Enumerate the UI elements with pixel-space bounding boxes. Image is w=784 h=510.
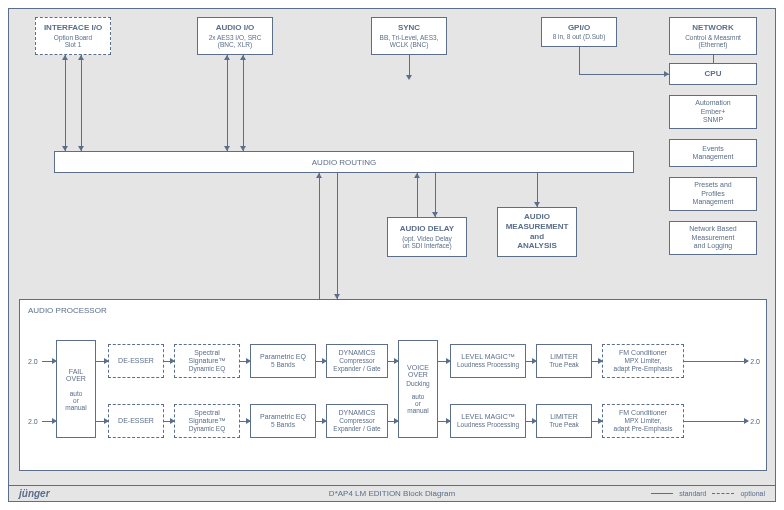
events-box: Events Management xyxy=(669,139,757,167)
audio-routing-bar: AUDIO ROUTING xyxy=(54,151,634,173)
fm-box-r2: FM ConditionerMPX Limiter, adapt Pre-Emp… xyxy=(602,404,684,438)
failover-title: FAIL OVER xyxy=(66,368,86,382)
audio-processor-label: AUDIO PROCESSOR xyxy=(28,306,107,315)
audio-io-title: AUDIO I/O xyxy=(216,23,255,33)
network-box: NETWORK Control & Measmnt (Ethernet) xyxy=(669,17,757,55)
peq-box-r2: Parametric EQ5 Bands xyxy=(250,404,316,438)
audio-delay-title: AUDIO DELAY xyxy=(400,224,454,234)
peq-sub-r1: 5 Bands xyxy=(271,361,295,369)
peq-box-r1: Parametric EQ5 Bands xyxy=(250,344,316,378)
network-sub: Control & Measmnt (Ethernet) xyxy=(685,34,741,50)
dyn-box-r1: DYNAMICSCompressor Expander / Gate xyxy=(326,344,388,378)
gpio-box: GPI/O 8 in, 8 out (D.Sub) xyxy=(541,17,617,47)
automation-box: Automation Ember+ SNMP xyxy=(669,95,757,129)
deesser-title-r1: DE-ESSER xyxy=(118,357,154,365)
level-sub-r2: Loudness Processing xyxy=(457,421,519,429)
fm-title-r1: FM Conditioner xyxy=(619,349,667,357)
audio-measurement-title: AUDIO MEASUREMENT and ANALYSIS xyxy=(506,212,569,250)
interface-io-title: INTERFACE I/O xyxy=(44,23,102,33)
legend-standard-line xyxy=(651,493,673,494)
limiter-sub-r1: True Peak xyxy=(549,361,579,369)
dyn-sub-r2: Compressor Expander / Gate xyxy=(333,417,380,433)
netlog-text: Network Based Measurement and Logging xyxy=(689,225,736,250)
automation-text: Automation Ember+ SNMP xyxy=(695,99,730,124)
voiceover-box: VOICE OVER Ducking auto or manual xyxy=(398,340,438,438)
level-box-r2: LEVEL MAGIC™Loudness Processing xyxy=(450,404,526,438)
level-box-r1: LEVEL MAGIC™Loudness Processing xyxy=(450,344,526,378)
diagram-container: INTERFACE I/O Option Board Slot 1 AUDIO … xyxy=(8,8,776,502)
legend-optional-label: optional xyxy=(740,490,765,497)
presets-text: Presets and Profiles Management xyxy=(693,181,734,206)
peq-sub-r2: 5 Bands xyxy=(271,421,295,429)
legend-optional-line xyxy=(712,493,734,494)
limiter-box-r1: LIMITERTrue Peak xyxy=(536,344,592,378)
spectral-box-r1: Spectral Signature™Dynamic EQ xyxy=(174,344,240,378)
brand-label: jünger xyxy=(19,488,50,499)
voiceover-sub: Ducking xyxy=(406,380,429,387)
deesser-box-r1: DE-ESSER xyxy=(108,344,164,378)
audio-delay-box: AUDIO DELAY (opt. Video Delay on SDI Int… xyxy=(387,217,467,257)
spectral-sub-r2: Dynamic EQ xyxy=(189,425,225,433)
interface-io-box: INTERFACE I/O Option Board Slot 1 xyxy=(35,17,111,55)
limiter-title-r1: LIMITER xyxy=(550,353,578,361)
sync-sub: BB, Tri-Level, AES3, WCLK (BNC) xyxy=(380,34,439,50)
legend-standard-label: standard xyxy=(679,490,706,497)
limiter-sub-r2: True Peak xyxy=(549,421,579,429)
audio-routing-label: AUDIO ROUTING xyxy=(312,158,376,167)
sync-title: SYNC xyxy=(398,23,420,33)
footer-title: D*AP4 LM EDITION Block Diagram xyxy=(329,489,455,498)
audio-io-sub: 2x AES3 I/O, SRC (BNC, XLR) xyxy=(209,34,262,50)
level-title-r1: LEVEL MAGIC™ xyxy=(461,353,514,361)
fm-sub-r1: MPX Limiter, adapt Pre-Emphasis xyxy=(614,357,673,373)
gpio-sub: 8 in, 8 out (D.Sub) xyxy=(553,33,606,41)
network-title: NETWORK xyxy=(692,23,733,33)
audio-io-box: AUDIO I/O 2x AES3 I/O, SRC (BNC, XLR) xyxy=(197,17,273,55)
level-sub-r1: Loudness Processing xyxy=(457,361,519,369)
fm-title-r2: FM Conditioner xyxy=(619,409,667,417)
input-2-0-row1: 2.0 xyxy=(28,358,38,365)
failover-sub: auto or manual xyxy=(65,390,86,411)
events-text: Events Management xyxy=(693,145,734,162)
spectral-title-r1: Spectral Signature™ xyxy=(189,349,226,366)
voiceover-title: VOICE OVER xyxy=(407,364,429,378)
peq-title-r1: Parametric EQ xyxy=(260,353,306,361)
limiter-box-r2: LIMITERTrue Peak xyxy=(536,404,592,438)
netlog-box: Network Based Measurement and Logging xyxy=(669,221,757,255)
output-2-0-row1: 2.0 xyxy=(750,358,760,365)
audio-measurement-box: AUDIO MEASUREMENT and ANALYSIS xyxy=(497,207,577,257)
output-2-0-row2: 2.0 xyxy=(750,418,760,425)
presets-box: Presets and Profiles Management xyxy=(669,177,757,211)
cpu-box: CPU xyxy=(669,63,757,85)
audio-delay-sub: (opt. Video Delay on SDI Interface) xyxy=(402,235,452,251)
voiceover-sub2: auto or manual xyxy=(407,393,428,414)
spectral-box-r2: Spectral Signature™Dynamic EQ xyxy=(174,404,240,438)
spectral-sub-r1: Dynamic EQ xyxy=(189,365,225,373)
audio-processor-block: AUDIO PROCESSOR 2.0 2.0 2.0 2.0 FAIL OVE… xyxy=(19,299,767,471)
deesser-title-r2: DE-ESSER xyxy=(118,417,154,425)
deesser-box-r2: DE-ESSER xyxy=(108,404,164,438)
cpu-title: CPU xyxy=(705,69,722,79)
level-title-r2: LEVEL MAGIC™ xyxy=(461,413,514,421)
dyn-title-r2: DYNAMICS xyxy=(339,409,376,417)
interface-io-sub: Option Board Slot 1 xyxy=(54,34,92,50)
legend: standard optional xyxy=(651,490,765,497)
footer-bar: jünger D*AP4 LM EDITION Block Diagram st… xyxy=(9,485,775,501)
input-2-0-row2: 2.0 xyxy=(28,418,38,425)
spectral-title-r2: Spectral Signature™ xyxy=(189,409,226,426)
sync-box: SYNC BB, Tri-Level, AES3, WCLK (BNC) xyxy=(371,17,447,55)
failover-box: FAIL OVER auto or manual xyxy=(56,340,96,438)
peq-title-r2: Parametric EQ xyxy=(260,413,306,421)
dyn-box-r2: DYNAMICSCompressor Expander / Gate xyxy=(326,404,388,438)
fm-box-r1: FM ConditionerMPX Limiter, adapt Pre-Emp… xyxy=(602,344,684,378)
fm-sub-r2: MPX Limiter, adapt Pre-Emphasis xyxy=(614,417,673,433)
gpio-title: GPI/O xyxy=(568,23,590,33)
dyn-sub-r1: Compressor Expander / Gate xyxy=(333,357,380,373)
dyn-title-r1: DYNAMICS xyxy=(339,349,376,357)
limiter-title-r2: LIMITER xyxy=(550,413,578,421)
